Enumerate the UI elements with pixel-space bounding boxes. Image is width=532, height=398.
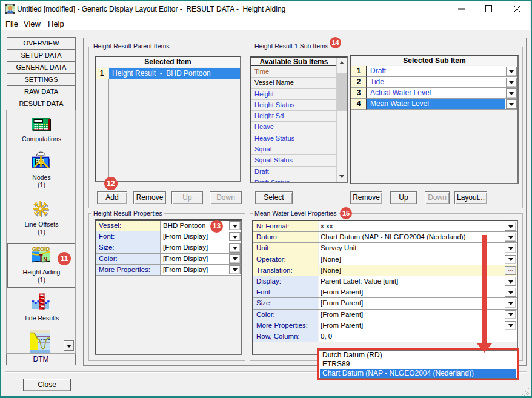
svg-text:GEOID: GEOID [32, 246, 50, 252]
